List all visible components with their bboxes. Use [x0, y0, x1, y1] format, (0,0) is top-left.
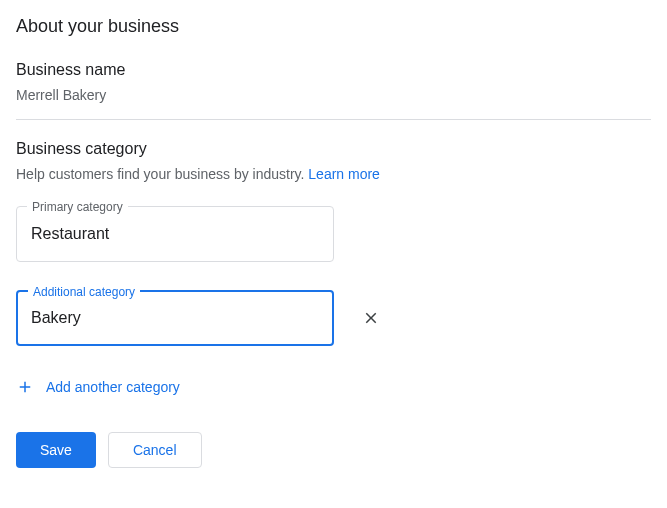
primary-category-field[interactable]: Primary category: [16, 206, 334, 262]
additional-category-field[interactable]: Additional category: [16, 290, 334, 346]
business-name-value[interactable]: Merrell Bakery: [16, 87, 651, 103]
business-category-help: Help customers find your business by ind…: [16, 166, 651, 182]
learn-more-link[interactable]: Learn more: [308, 166, 380, 182]
primary-category-input[interactable]: [31, 225, 319, 243]
close-icon: [362, 309, 380, 327]
additional-category-input[interactable]: [31, 309, 319, 327]
button-row: Save Cancel: [16, 432, 651, 468]
save-button[interactable]: Save: [16, 432, 96, 468]
additional-category-label: Additional category: [28, 284, 140, 300]
help-text: Help customers find your business by ind…: [16, 166, 308, 182]
add-another-label: Add another category: [46, 379, 180, 395]
business-name-heading: Business name: [16, 61, 651, 79]
remove-category-button[interactable]: [358, 305, 384, 331]
divider: [16, 119, 651, 120]
plus-icon: [16, 378, 34, 396]
primary-category-label: Primary category: [27, 199, 128, 215]
cancel-button[interactable]: Cancel: [108, 432, 202, 468]
add-another-category-button[interactable]: Add another category: [16, 374, 180, 400]
page-title: About your business: [16, 16, 651, 37]
business-category-heading: Business category: [16, 140, 651, 158]
